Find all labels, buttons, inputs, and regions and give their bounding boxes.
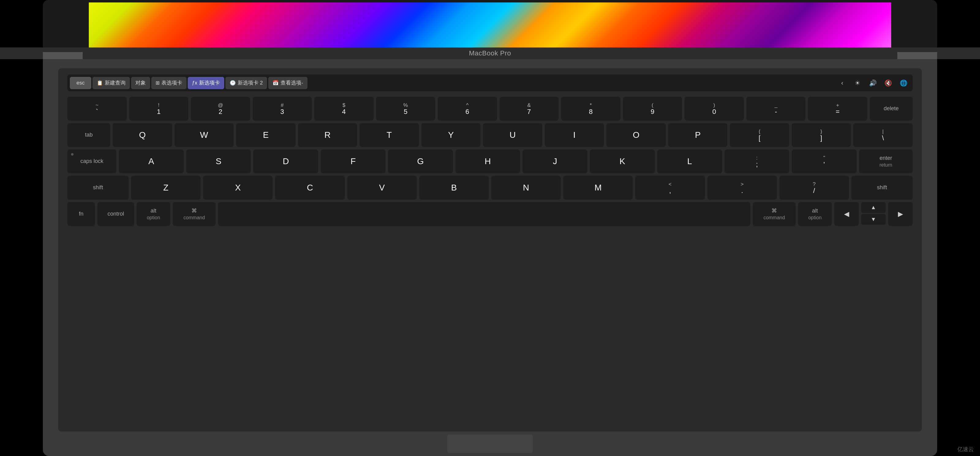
key-space[interactable] xyxy=(218,202,750,226)
key-delete[interactable]: delete xyxy=(870,97,913,121)
tb-new-tab-button[interactable]: ƒx 新选项卡 xyxy=(188,77,224,89)
key-row-zxcv: shift Z X C V B N M < , > . xyxy=(67,176,913,200)
key-quote[interactable]: " ' xyxy=(792,149,857,173)
tb-object-label: 对象 xyxy=(135,79,146,86)
key-slash[interactable]: ? / xyxy=(780,176,849,200)
key-backslash[interactable]: | \ xyxy=(853,123,913,147)
key-x[interactable]: X xyxy=(203,176,272,200)
key-row-qwerty: tab Q W E R T Y U I O P { [ xyxy=(67,123,913,147)
key-c[interactable]: C xyxy=(275,176,345,200)
key-j[interactable]: J xyxy=(522,149,587,173)
tb-mute-button[interactable]: 🔇 xyxy=(881,77,895,89)
key-m[interactable]: M xyxy=(563,176,633,200)
key-rows: ~ ` ! 1 @ 2 # 3 xyxy=(67,97,913,226)
tb-view-options-button[interactable]: 📅 查看选项- xyxy=(268,77,307,89)
key-n[interactable]: N xyxy=(491,176,561,200)
screen-bezel xyxy=(43,0,937,54)
key-shift-left[interactable]: shift xyxy=(67,176,129,200)
key-h[interactable]: H xyxy=(455,149,520,173)
key-4[interactable]: $ 4 xyxy=(314,97,374,121)
key-w[interactable]: W xyxy=(175,123,234,147)
key-g[interactable]: G xyxy=(388,149,453,173)
tb-table-tab-button[interactable]: ⊞ 表选项卡 xyxy=(151,77,186,89)
key-1[interactable]: ! 1 xyxy=(129,97,189,121)
tb-back-button[interactable]: ‹ xyxy=(835,77,849,89)
key-q[interactable]: Q xyxy=(113,123,172,147)
key-6[interactable]: ^ 6 xyxy=(438,97,497,121)
key-arrow-right[interactable]: ▶ xyxy=(888,202,913,226)
key-i[interactable]: I xyxy=(545,123,604,147)
key-v[interactable]: V xyxy=(347,176,417,200)
key-option-right[interactable]: alt option xyxy=(798,202,832,226)
key-enter[interactable]: enter return xyxy=(859,149,913,173)
key-k[interactable]: K xyxy=(590,149,655,173)
key-option-left[interactable]: alt option xyxy=(137,202,170,226)
tb-esc-key[interactable]: esc xyxy=(70,77,91,89)
tb-new-query-icon: 📋 xyxy=(97,80,103,86)
key-0[interactable]: ) 0 xyxy=(684,97,744,121)
tb-table-tab-icon: ⊞ xyxy=(156,80,159,86)
key-7[interactable]: & 7 xyxy=(500,97,559,121)
key-capslock[interactable]: caps lock xyxy=(67,149,116,173)
tb-clock-icon: 🕐 xyxy=(230,80,236,86)
key-e[interactable]: E xyxy=(236,123,296,147)
watermark: 亿速云 xyxy=(957,446,974,453)
key-u[interactable]: U xyxy=(483,123,542,147)
key-f[interactable]: F xyxy=(321,149,385,173)
key-l[interactable]: L xyxy=(657,149,722,173)
key-equals[interactable]: + = xyxy=(808,97,867,121)
key-shift-right[interactable]: shift xyxy=(851,176,913,200)
screen-content xyxy=(89,2,891,50)
key-2[interactable]: @ 2 xyxy=(191,97,250,121)
tb-calendar-icon: 📅 xyxy=(272,80,279,86)
key-d[interactable]: D xyxy=(253,149,318,173)
key-arrow-left[interactable]: ◀ xyxy=(834,202,859,226)
key-p[interactable]: P xyxy=(668,123,728,147)
key-fn[interactable]: fn xyxy=(67,202,95,226)
tb-object-button[interactable]: 对象 xyxy=(131,77,150,89)
title-bar: MacBook Pro xyxy=(0,48,980,59)
tb-siri-button[interactable]: 🌐 xyxy=(897,77,910,89)
tb-fx-icon: ƒx xyxy=(192,80,197,86)
tb-volume-button[interactable]: 🔊 xyxy=(866,77,880,89)
key-8[interactable]: * 8 xyxy=(561,97,620,121)
key-command-left[interactable]: ⌘ command xyxy=(173,202,216,226)
keyboard-area: esc 📋 新建查询 对象 ⊞ 表选项卡 ƒx 新选项卡 🕐 xyxy=(58,68,922,432)
key-control[interactable]: control xyxy=(97,202,134,226)
key-command-right[interactable]: ⌘ command xyxy=(753,202,795,226)
key-arrow-down[interactable]: ▼ xyxy=(861,214,886,225)
tb-table-tab-label: 表选项卡 xyxy=(161,79,182,86)
key-lbracket[interactable]: { [ xyxy=(730,123,789,147)
key-rbracket[interactable]: } ] xyxy=(792,123,851,147)
key-comma[interactable]: < , xyxy=(635,176,705,200)
key-backtick[interactable]: ~ ` xyxy=(67,97,127,121)
key-minus[interactable]: _ - xyxy=(746,97,806,121)
key-a[interactable]: A xyxy=(119,149,184,173)
key-5[interactable]: % 5 xyxy=(376,97,436,121)
key-arrow-up[interactable]: ▲ xyxy=(861,202,886,213)
key-o[interactable]: O xyxy=(606,123,666,147)
key-z[interactable]: Z xyxy=(131,176,200,200)
tb-new-tab2-label: 新选项卡 2 xyxy=(238,79,263,86)
key-semicolon[interactable]: : ; xyxy=(725,149,789,173)
key-period[interactable]: > . xyxy=(708,176,777,200)
key-b[interactable]: B xyxy=(419,176,489,200)
key-y[interactable]: Y xyxy=(422,123,481,147)
trackpad[interactable] xyxy=(447,435,533,453)
key-3[interactable]: # 3 xyxy=(253,97,312,121)
tb-new-query-button[interactable]: 📋 新建查询 xyxy=(92,77,130,89)
tb-new-tab2-button[interactable]: 🕐 新选项卡 2 xyxy=(225,77,267,89)
tb-new-query-label: 新建查询 xyxy=(105,79,126,86)
key-9[interactable]: ( 9 xyxy=(623,97,682,121)
key-tab[interactable]: tab xyxy=(67,123,110,147)
touchbar: esc 📋 新建查询 对象 ⊞ 表选项卡 ƒx 新选项卡 🕐 xyxy=(67,75,913,91)
capslock-indicator xyxy=(71,153,73,156)
key-row-bottom: fn control alt option ⌘ command xyxy=(67,202,913,226)
macbook-title: MacBook Pro xyxy=(469,49,511,57)
arrow-up-down-group: ▲ ▼ xyxy=(861,202,886,226)
tb-view-options-label: 查看选项- xyxy=(280,79,303,86)
tb-brightness-button[interactable]: ☀ xyxy=(851,77,864,89)
key-s[interactable]: S xyxy=(186,149,251,173)
key-t[interactable]: T xyxy=(360,123,419,147)
key-r[interactable]: R xyxy=(298,123,357,147)
